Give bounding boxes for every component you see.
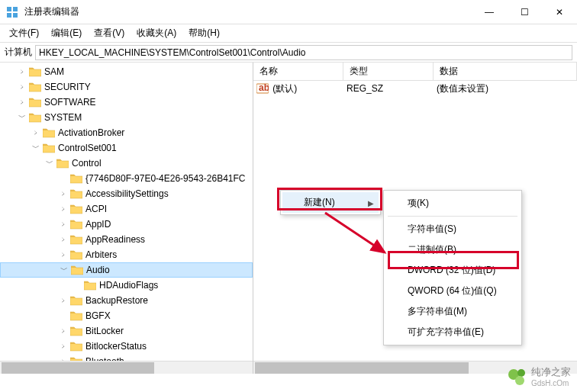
- context-item[interactable]: 二进制值(B): [386, 239, 519, 260]
- string-value-icon: ab: [256, 82, 269, 95]
- tree-item-system[interactable]: ﹀SYSTEM: [0, 110, 253, 125]
- menu-a[interactable]: 收藏夹(A): [131, 24, 182, 42]
- chevron-right-icon[interactable]: ﹥: [58, 341, 69, 352]
- tree-label: {7746D80F-97E0-4E26-9543-26B41FC: [85, 173, 245, 184]
- tree-item-audio[interactable]: ﹀Audio: [0, 262, 253, 278]
- tree-label: SOFTWARE: [44, 97, 96, 108]
- list-row-default[interactable]: ab (默认) REG_SZ (数值未设置): [253, 81, 577, 96]
- tree-label: Arbiters: [85, 249, 117, 260]
- chevron-down-icon[interactable]: ﹀: [17, 112, 27, 123]
- tree-label: ActivationBroker: [58, 127, 124, 138]
- tree-item-7746d80f97e04e26954326b41fc[interactable]: ▸{7746D80F-97E0-4E26-9543-26B41FC: [0, 171, 253, 186]
- tree-item-sam[interactable]: ﹥SAM: [0, 64, 253, 79]
- titlebar: 注册表编辑器 — ☐ ✕: [0, 0, 577, 24]
- tree-item-controlset001[interactable]: ﹀ControlSet001: [0, 140, 253, 156]
- tree-label: AccessibilitySettings: [85, 188, 169, 199]
- chevron-right-icon[interactable]: ﹥: [58, 219, 69, 230]
- tree-item-bgfx[interactable]: ▸BGFX: [0, 308, 253, 323]
- chevron-down-icon[interactable]: ﹀: [59, 265, 69, 275]
- svg-rect-3: [13, 13, 18, 18]
- tree-item-appreadiness[interactable]: ﹥AppReadiness: [0, 232, 253, 247]
- context-item[interactable]: 可扩充字符串值(E): [386, 322, 519, 342]
- menubar: 文件(F)编辑(E)查看(V)收藏夹(A)帮助(H): [0, 24, 577, 43]
- tree-label: SYSTEM: [44, 112, 82, 123]
- tree-label: BitLocker: [85, 326, 124, 336]
- chevron-right-icon[interactable]: ﹥: [58, 295, 69, 306]
- svg-rect-1: [13, 7, 18, 11]
- tree-label: BitlockerStatus: [85, 341, 147, 352]
- context-item[interactable]: 项(K): [386, 193, 519, 214]
- tree-item-bitlockerstatus[interactable]: ﹥BitlockerStatus: [0, 339, 253, 354]
- tree-label: AppReadiness: [85, 234, 145, 245]
- chevron-right-icon[interactable]: ﹥: [58, 249, 69, 260]
- submenu-arrow-icon: ▶: [368, 198, 374, 207]
- context-separator: [388, 216, 517, 217]
- context-item[interactable]: DWORD (32 位)值(D): [386, 260, 519, 281]
- menu-e[interactable]: 编辑(E): [45, 24, 88, 42]
- svg-text:ab: ab: [259, 82, 269, 93]
- tree-label: SECURITY: [44, 82, 91, 92]
- tree-pane: ﹥SAM﹥SECURITY﹥SOFTWARE﹀SYSTEM﹥Activation…: [0, 63, 253, 374]
- tree-item-hdaudioflags[interactable]: ▸HDAudioFlags: [0, 278, 253, 293]
- close-button[interactable]: ✕: [542, 0, 577, 24]
- chevron-right-icon[interactable]: ﹥: [58, 204, 69, 214]
- svg-rect-0: [7, 7, 11, 11]
- chevron-right-icon[interactable]: ﹥: [17, 82, 27, 92]
- tree-item-arbiters[interactable]: ﹥Arbiters: [0, 247, 253, 262]
- context-submenu: 项(K)字符串值(S)二进制值(B)DWORD (32 位)值(D)QWORD …: [383, 190, 522, 345]
- minimize-button[interactable]: —: [472, 0, 507, 24]
- chevron-right-icon[interactable]: ﹥: [58, 188, 69, 199]
- tree-label: Control: [72, 158, 102, 169]
- tree-label: SAM: [44, 66, 64, 77]
- chevron-right-icon[interactable]: ﹥: [58, 234, 69, 245]
- tree-hscrollbar[interactable]: [0, 361, 253, 374]
- list-header: 名称 类型 数据: [253, 63, 577, 81]
- chevron-right-icon[interactable]: ﹥: [17, 66, 27, 77]
- context-item[interactable]: 多字符串值(M): [386, 301, 519, 322]
- chevron-right-icon[interactable]: ﹥: [58, 326, 69, 336]
- svg-rect-2: [7, 13, 11, 18]
- tree-item-security[interactable]: ﹥SECURITY: [0, 79, 253, 95]
- svg-point-8: [517, 369, 525, 377]
- window-title: 注册表编辑器: [24, 5, 472, 18]
- chevron-right-icon[interactable]: ﹥: [31, 127, 41, 138]
- tree-item-accessibilitysettings[interactable]: ﹥AccessibilitySettings: [0, 186, 253, 201]
- chevron-down-icon[interactable]: ﹀: [31, 143, 41, 153]
- app-icon: [6, 6, 18, 18]
- watermark-url: GdsH.cOm: [531, 379, 571, 387]
- scroll-thumb[interactable]: [255, 362, 469, 374]
- context-item-new[interactable]: 新建(N) ▶: [282, 192, 379, 213]
- menu-h[interactable]: 帮助(H): [182, 24, 226, 42]
- context-menu-new: 新建(N) ▶: [280, 190, 381, 215]
- chevron-right-icon[interactable]: ﹥: [17, 97, 27, 108]
- maximize-button[interactable]: ☐: [507, 0, 542, 24]
- watermark: 纯净之家 GdsH.cOm: [507, 365, 571, 387]
- menu-v[interactable]: 查看(V): [88, 24, 131, 42]
- tree-label: AppID: [85, 219, 111, 230]
- tree-item-control[interactable]: ﹀Control: [0, 156, 253, 171]
- address-input[interactable]: [35, 45, 572, 60]
- tree-item-backuprestore[interactable]: ﹥BackupRestore: [0, 293, 253, 308]
- tree-item-bitlocker[interactable]: ﹥BitLocker: [0, 323, 253, 339]
- value-data: (数值未设置): [434, 82, 492, 96]
- tree-label: BGFX: [85, 310, 111, 321]
- tree-item-activationbroker[interactable]: ﹥ActivationBroker: [0, 125, 253, 140]
- scroll-thumb[interactable]: [2, 362, 154, 374]
- tree-label: ControlSet001: [58, 143, 117, 153]
- tree-label: ACPI: [85, 204, 107, 214]
- column-type[interactable]: 类型: [343, 63, 434, 80]
- watermark-logo-icon: [507, 366, 528, 387]
- value-name: (默认): [272, 83, 297, 94]
- tree-item-appid[interactable]: ﹥AppID: [0, 217, 253, 232]
- context-item[interactable]: QWORD (64 位)值(Q): [386, 281, 519, 301]
- menu-f[interactable]: 文件(F): [3, 24, 45, 42]
- tree-item-acpi[interactable]: ﹥ACPI: [0, 201, 253, 217]
- address-bar: 计算机: [0, 43, 577, 63]
- column-data[interactable]: 数据: [434, 63, 577, 80]
- tree-item-software[interactable]: ﹥SOFTWARE: [0, 95, 253, 110]
- tree-label: BackupRestore: [85, 295, 148, 306]
- svg-point-9: [515, 376, 524, 385]
- column-name[interactable]: 名称: [253, 63, 343, 80]
- chevron-down-icon[interactable]: ﹀: [44, 158, 55, 169]
- context-item[interactable]: 字符串值(S): [386, 219, 519, 239]
